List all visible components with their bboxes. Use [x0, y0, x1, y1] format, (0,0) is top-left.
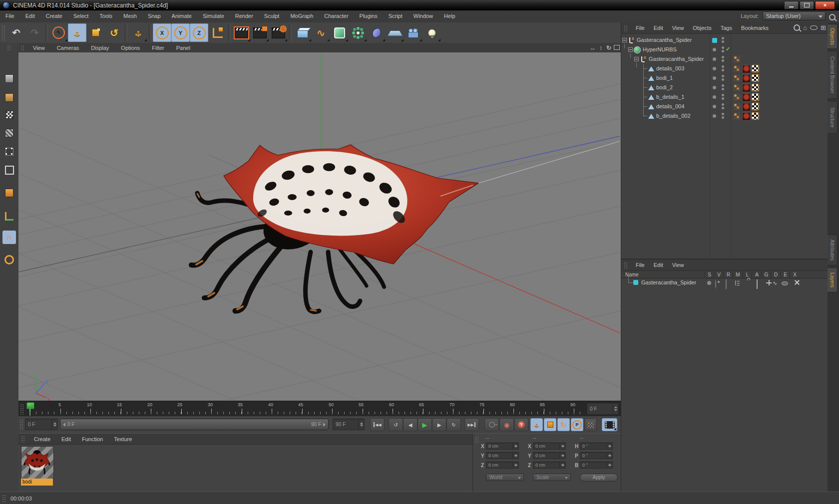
material-tag[interactable] [742, 112, 751, 121]
record-keyframe-button[interactable] [484, 418, 499, 431]
layers-menu-edit[interactable]: Edit [649, 262, 668, 268]
visibility-dots[interactable] [722, 46, 724, 49]
om-menu-bookmarks[interactable]: Bookmarks [737, 25, 773, 31]
make-editable-button[interactable] [2, 72, 16, 85]
size-x-field[interactable]: 0 cm [533, 443, 566, 450]
add-bookmark-icon[interactable]: ⊞ [821, 25, 826, 31]
om-search-icon[interactable] [794, 24, 800, 31]
manager-toggle-icon[interactable] [735, 280, 740, 285]
visibility-dots[interactable] [722, 94, 724, 96]
menu-character[interactable]: Character [319, 10, 354, 19]
layers-grip[interactable] [623, 261, 628, 269]
rotate-tool-button[interactable]: ↺ [105, 23, 123, 42]
coordinates-grip[interactable] [474, 436, 479, 443]
phong-tag[interactable] [733, 112, 741, 120]
workplane-mode-button[interactable] [2, 126, 16, 140]
size-z-field[interactable]: 0 cm [533, 462, 566, 469]
tab-objects[interactable]: Objects [828, 24, 838, 49]
phong-tag[interactable] [733, 93, 741, 101]
visibility-dots[interactable] [722, 37, 724, 39]
spinner[interactable] [51, 419, 57, 430]
current-frame-field[interactable]: 0 F [587, 403, 619, 415]
view-toggle-icon[interactable] [715, 279, 716, 289]
ruler-grip[interactable] [19, 403, 24, 415]
coordinate-mode-dropdown[interactable]: World [486, 474, 524, 481]
frame-range-slider[interactable]: 0 F 90 F [60, 419, 329, 430]
menu-plugins[interactable]: Plugins [354, 10, 383, 19]
visibility-dot[interactable] [713, 57, 716, 61]
object-row[interactable]: 0 Gasteracantha_Spider [621, 54, 828, 64]
uvw-tag[interactable] [752, 93, 759, 101]
lock-x-axis-button[interactable]: X [153, 23, 171, 42]
viewport-menu-display[interactable]: Display [85, 45, 115, 51]
lock-y-axis-button[interactable]: Y [171, 23, 190, 42]
end-frame-spinner[interactable]: 90 F [333, 419, 365, 430]
object-row[interactable]: b_details_002 [621, 111, 828, 121]
lock-z-axis-button[interactable]: Z [190, 23, 208, 42]
expressions-toggle-icon[interactable] [782, 281, 788, 285]
scale-tool-button[interactable] [86, 23, 105, 42]
key-scale-button[interactable] [544, 418, 556, 431]
phong-tag[interactable] [733, 74, 741, 82]
workplane-lock-button[interactable] [2, 253, 16, 266]
material-menu-texture[interactable]: Texture [108, 436, 137, 442]
next-frame-button[interactable]: ▶ [432, 418, 446, 431]
last-tool-button[interactable]: ↔↕ [129, 23, 147, 42]
add-hypernurbs-button[interactable] [330, 23, 349, 42]
menu-create[interactable]: Create [40, 10, 68, 19]
viewport-canvas[interactable]: Y Z X [18, 52, 621, 401]
viewport-rotate-icon[interactable]: ↻ [605, 44, 613, 51]
points-mode-button[interactable] [2, 145, 16, 158]
collapse-icon[interactable] [628, 47, 633, 52]
frame-spinner[interactable]: 0 F [25, 419, 58, 430]
solo-animation-button[interactable] [602, 418, 617, 431]
material-tag[interactable] [742, 103, 751, 111]
position-y-field[interactable]: 0 cm [486, 452, 519, 459]
material-menu-function[interactable]: Function [76, 436, 108, 442]
previous-frame-button[interactable]: ◀ [403, 418, 418, 431]
visibility-dot[interactable] [713, 67, 716, 70]
layer-color-chip[interactable] [633, 280, 638, 285]
spinner[interactable] [358, 419, 364, 430]
object-row[interactable]: bodi_2 [621, 83, 828, 92]
play-button[interactable]: ▶ [418, 418, 432, 431]
add-camera-button[interactable] [404, 23, 422, 42]
rotation-p-field[interactable]: 0 ° [580, 452, 613, 459]
om-menu-edit[interactable]: Edit [649, 25, 668, 31]
material-tag[interactable] [742, 84, 751, 92]
viewport-menu-cameras[interactable]: Cameras [51, 45, 85, 51]
menu-window[interactable]: Window [408, 10, 438, 19]
render-region-button[interactable] [251, 23, 269, 42]
tab-content-browser[interactable]: Content Browser [828, 51, 838, 99]
material-tag[interactable] [742, 93, 751, 102]
uvw-tag[interactable] [752, 84, 759, 91]
material-menu-create[interactable]: Create [28, 436, 56, 442]
status-grip[interactable] [1, 494, 6, 503]
rotation-b-field[interactable]: 0 ° [580, 462, 613, 469]
viewport-menu-options[interactable]: Options [115, 45, 146, 51]
uvw-tag[interactable] [752, 65, 759, 72]
enable-snap-button[interactable]: ∩ [2, 231, 16, 244]
object-row[interactable]: HyperNURBS ✓ [621, 45, 828, 54]
rotation-h-field[interactable]: 0 ° [580, 443, 613, 450]
material-grip[interactable] [20, 435, 25, 443]
nudge-left-icon[interactable] [63, 423, 65, 427]
menu-mesh[interactable]: Mesh [118, 10, 142, 19]
tab-attributes[interactable]: Attributes [828, 235, 838, 265]
play-forward-button[interactable]: ↻ [446, 418, 461, 431]
uvw-tag[interactable] [752, 103, 759, 110]
material-tag[interactable] [742, 65, 751, 73]
collapse-icon[interactable] [634, 57, 639, 61]
deformers-toggle-icon[interactable]: ∿ [773, 280, 777, 286]
material-name[interactable]: bodi [21, 479, 53, 486]
visibility-dot[interactable] [713, 95, 716, 99]
coordinate-system-button[interactable] [208, 23, 227, 42]
add-primitive-button[interactable] [293, 23, 312, 42]
phong-tag[interactable] [733, 55, 741, 63]
material-tag[interactable] [742, 74, 751, 83]
render-view-button[interactable] [232, 23, 251, 42]
add-environment-button[interactable] [386, 23, 404, 42]
key-position-button[interactable]: ↔↕ [530, 418, 543, 431]
layers-menu-file[interactable]: File [631, 262, 649, 268]
om-menu-objects[interactable]: Objects [688, 25, 716, 31]
